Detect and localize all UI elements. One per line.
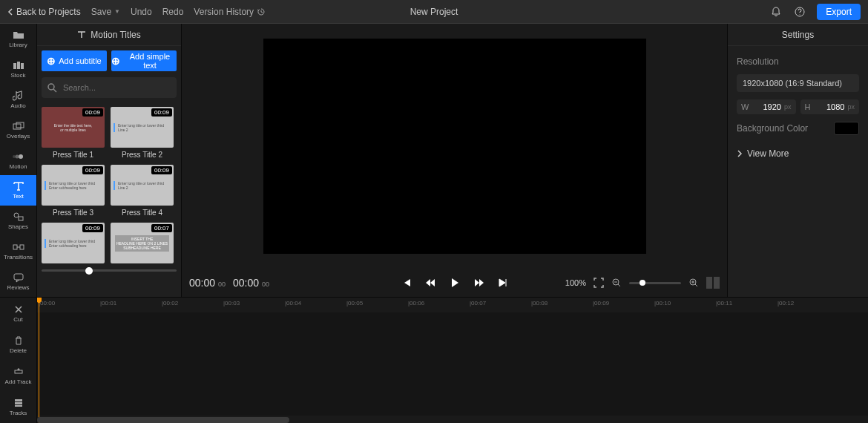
save-label: Save	[91, 7, 111, 17]
ruler-tick: |00:08	[531, 300, 548, 306]
nav-label: Text	[13, 193, 24, 200]
tool-label: Tracks	[10, 410, 27, 416]
delete-tool[interactable]: Delete	[0, 329, 36, 360]
nav-motion[interactable]: Motion	[0, 145, 36, 176]
template-item[interactable]: 00:07 INSERT THEHEADLINE HERE ON 2 LINES…	[111, 223, 174, 263]
settings-body: Resolution 1920x1080 (16:9 Standard) W 1…	[728, 46, 868, 169]
video-viewport[interactable]	[263, 39, 646, 254]
slider-knob[interactable]	[85, 267, 93, 275]
playhead[interactable]	[39, 298, 39, 423]
search-input[interactable]	[63, 83, 171, 92]
nav-label: Stock	[10, 72, 25, 79]
zoom-out-icon[interactable]	[611, 278, 622, 288]
text-panel: Motion Titles ⊕ Add subtitle ⊕ Add simpl…	[37, 24, 182, 297]
add-simple-text-button[interactable]: ⊕ Add simple text	[111, 50, 177, 71]
tool-label: Cut	[13, 316, 22, 323]
export-button[interactable]: Export	[817, 4, 861, 20]
template-grid: 00:09 Enter the title text here,or multi…	[37, 104, 181, 266]
help-icon[interactable]	[793, 5, 806, 19]
undo-button[interactable]: Undo	[131, 7, 152, 17]
zoom-in-icon[interactable]	[688, 278, 699, 288]
ruler-tick: |00:03	[223, 300, 240, 306]
save-menu[interactable]: Save ▼	[91, 7, 120, 17]
skip-end-icon[interactable]	[498, 278, 508, 288]
notifications-icon[interactable]	[769, 5, 783, 19]
topbar-right: Export	[769, 4, 861, 20]
overlays-icon	[13, 121, 24, 131]
slider-track	[42, 269, 177, 272]
motion-icon	[13, 151, 24, 162]
resolution-select[interactable]: 1920x1080 (16:9 Standard)	[737, 74, 859, 92]
timeline-ruler[interactable]: |00:00 |00:01 |00:02 |00:03 |00:04 |00:0…	[37, 298, 868, 312]
search-bar[interactable]	[42, 77, 177, 98]
width-unit: px	[784, 103, 792, 111]
topbar-left: Back to Projects Save ▼ Undo Redo Versio…	[7, 7, 266, 17]
nav-reviews[interactable]: Reviews	[0, 266, 36, 297]
template-item[interactable]: 00:09 Enter long title or lower thirdEnt…	[42, 223, 105, 263]
template-name: Press Title 4	[111, 209, 174, 217]
nav-label: Reviews	[7, 284, 29, 291]
nav-transitions[interactable]: Transitions	[0, 236, 36, 266]
template-thumb: 00:07 INSERT THEHEADLINE HERE ON 2 LINES…	[111, 223, 174, 263]
time-current-ms: 00	[218, 281, 226, 288]
template-item[interactable]: 00:09 Enter long title or lower thirdLin…	[111, 165, 174, 217]
template-duration: 00:09	[82, 108, 103, 117]
zoom-slider[interactable]	[629, 282, 681, 284]
timeline-tracks[interactable]	[37, 312, 868, 416]
delete-icon	[13, 335, 24, 346]
zoom-slider-knob[interactable]	[640, 280, 645, 286]
cut-tool[interactable]: Cut	[0, 298, 36, 329]
cut-icon	[13, 304, 24, 315]
bg-color-swatch[interactable]	[834, 122, 859, 135]
nav-text[interactable]: Text	[0, 175, 36, 206]
fast-forward-icon[interactable]	[474, 278, 484, 288]
nav-overlays[interactable]: Overlays	[0, 115, 36, 145]
svg-rect-1	[13, 63, 16, 69]
redo-button[interactable]: Redo	[162, 7, 184, 17]
height-input[interactable]: H 1080 px	[800, 99, 860, 114]
rewind-icon[interactable]	[425, 278, 435, 288]
timeline-main[interactable]: |00:00 |00:01 |00:02 |00:03 |00:04 |00:0…	[37, 298, 868, 423]
width-input[interactable]: W 1920 px	[737, 99, 796, 114]
ruler-tick: |00:09	[593, 300, 609, 306]
svg-rect-17	[15, 370, 22, 373]
thumb-preview-text: Enter long title or lower thirdEnter sub…	[45, 181, 102, 190]
play-icon[interactable]	[449, 277, 461, 289]
template-thumb: 00:09 Enter long title or lower thirdLin…	[111, 107, 174, 148]
view-more-toggle[interactable]: View More	[737, 148, 859, 159]
ruler-tick: |00:07	[470, 300, 486, 306]
version-history-button[interactable]: Version History	[194, 7, 266, 17]
nav-library[interactable]: Library	[0, 24, 36, 54]
thumbnail-size-slider[interactable]	[37, 266, 181, 275]
main-row: Library Stock Audio Overlays Motion Text	[0, 24, 868, 297]
tracks-icon	[13, 398, 24, 408]
nav-label: Shapes	[8, 223, 28, 230]
tracks-tool[interactable]: Tracks	[0, 392, 36, 423]
nav-label: Audio	[10, 102, 25, 109]
template-item[interactable]: 00:09 Enter the title text here,or multi…	[42, 107, 105, 159]
nav-audio[interactable]: Audio	[0, 85, 36, 115]
svg-point-9	[14, 213, 19, 217]
chevron-left-icon	[7, 8, 13, 16]
resolution-label: Resolution	[737, 56, 859, 67]
add-subtitle-button[interactable]: ⊕ Add subtitle	[42, 50, 107, 71]
svg-point-8	[13, 155, 16, 158]
add-track-tool[interactable]: Add Track	[0, 361, 36, 392]
bg-color-row: Background Color	[737, 122, 859, 135]
reviews-icon	[13, 272, 24, 283]
template-item[interactable]: 00:09 Enter long title or lower thirdLin…	[111, 107, 174, 159]
svg-rect-19	[15, 402, 22, 404]
nav-shapes[interactable]: Shapes	[0, 206, 36, 236]
timeline-scrollbar[interactable]	[37, 417, 289, 423]
fullscreen-icon[interactable]	[594, 278, 604, 288]
template-name: Press Title 3	[42, 209, 105, 217]
skip-start-icon[interactable]	[401, 278, 412, 288]
svg-point-14	[48, 84, 54, 90]
compare-toggle[interactable]	[706, 277, 720, 289]
template-item[interactable]: 00:09 Enter long title or lower thirdEnt…	[42, 165, 105, 217]
nav-stock[interactable]: Stock	[0, 54, 36, 85]
back-to-projects-button[interactable]: Back to Projects	[7, 7, 81, 17]
svg-rect-20	[15, 405, 22, 407]
history-icon	[257, 7, 266, 16]
template-duration: 00:09	[151, 166, 172, 174]
